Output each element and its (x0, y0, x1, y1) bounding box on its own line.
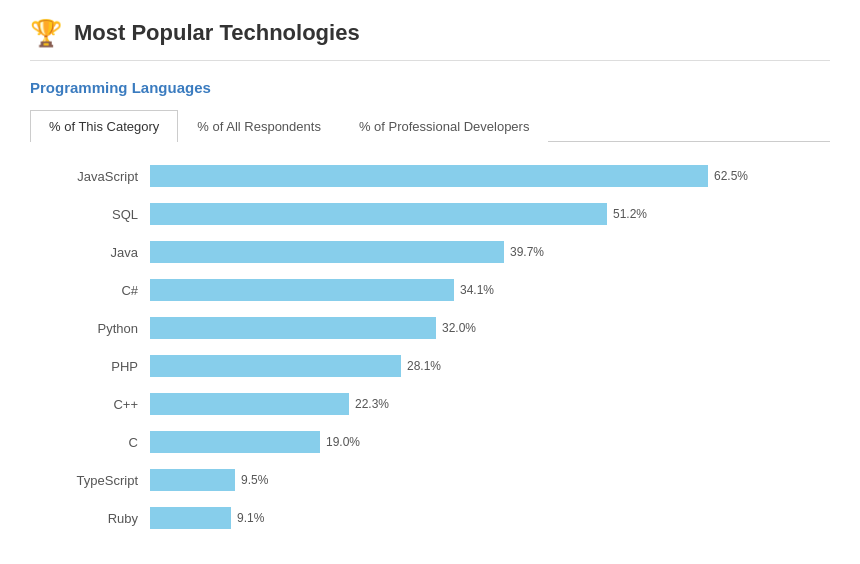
bar-container: 34.1% (150, 279, 830, 301)
page-title: Most Popular Technologies (74, 20, 360, 46)
bar-fill (150, 317, 436, 339)
bar-label: Java (50, 245, 150, 260)
bar-fill (150, 279, 454, 301)
bar-value: 62.5% (714, 169, 748, 183)
bar-value: 9.5% (241, 473, 268, 487)
bar-label: C++ (50, 397, 150, 412)
bar-row: TypeScript9.5% (50, 466, 830, 494)
bar-row: PHP28.1% (50, 352, 830, 380)
bar-container: 39.7% (150, 241, 830, 263)
tab-category[interactable]: % of This Category (30, 110, 178, 142)
bar-fill (150, 355, 401, 377)
bar-fill (150, 203, 607, 225)
bar-label: SQL (50, 207, 150, 222)
bar-container: 9.5% (150, 469, 830, 491)
bar-label: C# (50, 283, 150, 298)
bar-row: JavaScript62.5% (50, 162, 830, 190)
bar-container: 19.0% (150, 431, 830, 453)
bar-fill (150, 507, 231, 529)
bar-row: Ruby9.1% (50, 504, 830, 532)
bar-row: Java39.7% (50, 238, 830, 266)
bar-fill (150, 469, 235, 491)
bar-value: 39.7% (510, 245, 544, 259)
bar-value: 22.3% (355, 397, 389, 411)
bar-fill (150, 165, 708, 187)
bar-value: 28.1% (407, 359, 441, 373)
bar-label: Python (50, 321, 150, 336)
bar-row: Python32.0% (50, 314, 830, 342)
bar-container: 62.5% (150, 165, 830, 187)
bar-container: 22.3% (150, 393, 830, 415)
tab-all-respondents[interactable]: % of All Respondents (178, 110, 340, 142)
tab-bar: % of This Category % of All Respondents … (30, 110, 830, 142)
bar-value: 32.0% (442, 321, 476, 335)
trophy-icon: 🏆 (30, 20, 62, 46)
bar-label: C (50, 435, 150, 450)
bar-row: C#34.1% (50, 276, 830, 304)
bar-label: PHP (50, 359, 150, 374)
chart-area: JavaScript62.5%SQL51.2%Java39.7%C#34.1%P… (30, 162, 830, 532)
bar-value: 34.1% (460, 283, 494, 297)
bar-value: 9.1% (237, 511, 264, 525)
tab-professional-developers[interactable]: % of Professional Developers (340, 110, 549, 142)
page-header: 🏆 Most Popular Technologies (30, 20, 830, 61)
bar-fill (150, 431, 320, 453)
bar-label: TypeScript (50, 473, 150, 488)
bar-container: 32.0% (150, 317, 830, 339)
bar-container: 28.1% (150, 355, 830, 377)
bar-value: 19.0% (326, 435, 360, 449)
bar-fill (150, 393, 349, 415)
bar-container: 9.1% (150, 507, 830, 529)
section-title: Programming Languages (30, 79, 830, 96)
bar-fill (150, 241, 504, 263)
bar-label: JavaScript (50, 169, 150, 184)
bar-container: 51.2% (150, 203, 830, 225)
bar-label: Ruby (50, 511, 150, 526)
bar-value: 51.2% (613, 207, 647, 221)
bar-row: C19.0% (50, 428, 830, 456)
bar-row: C++22.3% (50, 390, 830, 418)
bar-row: SQL51.2% (50, 200, 830, 228)
